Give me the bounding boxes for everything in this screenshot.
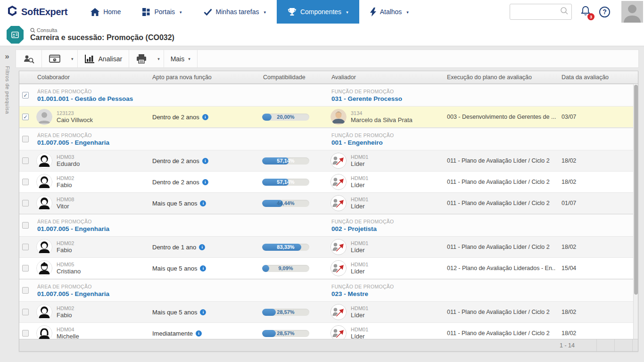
row-checkbox[interactable]: ✓ (22, 309, 29, 315)
mais-button[interactable]: Mais ▾ (164, 50, 197, 67)
view-mode-button[interactable] (42, 50, 67, 67)
col-apto[interactable]: Apto para nova função (147, 74, 257, 81)
people-search-button[interactable] (16, 50, 41, 67)
area-promocao-link[interactable]: 01.001.001 - Gestão de Pessoas (37, 95, 326, 102)
table-row[interactable]: ✓ 123123 Caio Villwock Dentro de 2 anos … (19, 107, 638, 128)
nav-item-home[interactable]: Home (80, 0, 132, 24)
evaluator-name: Líder (351, 268, 368, 275)
softexpert-logo[interactable]: SoftExpert (0, 5, 80, 18)
funcao-promocao-link[interactable]: 023 - Mestre (331, 290, 638, 297)
table-row[interactable]: ✓ HDM02 Fabio Dentro de 2 anos i 57,14% … (19, 172, 638, 193)
funcao-promocao-label: FUNÇÃO DE PROMOÇÃO (331, 284, 638, 289)
print-dropdown[interactable]: ▾ (154, 50, 164, 67)
evaluator-name: Líder (351, 312, 368, 319)
analisar-button[interactable]: Analisar (78, 50, 129, 67)
area-promocao-link[interactable]: 01.007.005 - Engenharia (37, 290, 326, 297)
row-checkbox[interactable]: ✓ (22, 179, 29, 185)
help-button[interactable]: ? (599, 7, 610, 17)
info-icon[interactable]: i (199, 244, 205, 250)
row-checkbox[interactable]: ✓ (22, 136, 29, 142)
evaluator-name: Marcelo da Silva Prata (351, 116, 413, 124)
area-promocao-label: ÁREA DE PROMOÇÃO (37, 132, 326, 138)
info-icon[interactable]: i (202, 158, 208, 164)
info-icon[interactable]: i (196, 330, 202, 337)
nav-item-label: Portais (154, 8, 175, 16)
table-row[interactable]: ✓ HDM04 Michelle Imediatamente i 28,57% … (19, 323, 638, 340)
row-checkbox[interactable]: ✓ (22, 114, 29, 120)
print-button[interactable] (129, 50, 154, 67)
funcao-promocao-link[interactable]: 031 - Gerente Processo (331, 95, 638, 102)
collaborator-id: HDM02 (57, 305, 74, 312)
nav-item-minhas-tarefas[interactable]: Minhas tarefas▾ (193, 0, 277, 24)
plano-avaliacao: 003 - Desenvolvimento de Gerentes de ... (441, 114, 556, 120)
row-checkbox[interactable]: ✓ (22, 157, 29, 164)
info-icon[interactable]: i (200, 265, 206, 272)
compatibility-value: 28,57% (262, 330, 309, 337)
info-icon[interactable]: i (200, 200, 206, 206)
compatibility-value: 20,00% (262, 114, 309, 121)
evaluator-name: Líder (351, 247, 368, 254)
row-checkbox[interactable]: ✓ (22, 287, 29, 294)
collaborator-name: Vitor (57, 203, 74, 210)
view-mode-dropdown[interactable]: ▾ (67, 50, 77, 67)
data-avaliacao: 18/02 (556, 309, 638, 315)
info-icon[interactable]: i (202, 114, 208, 120)
nav-item-portais[interactable]: Portais▾ (132, 0, 192, 24)
chevron-down-icon: ▾ (346, 10, 348, 15)
info-icon[interactable]: i (200, 309, 206, 315)
table-header-row: Colaborador Apto para nova função Compat… (19, 71, 638, 84)
table-row[interactable]: ✓ HDM03 Eduardo Dentro de 2 anos i 57,14… (19, 150, 638, 172)
table-row[interactable]: ✓ HDM02 Fabio Dentro de 1 ano i 83,33% H… (19, 237, 638, 258)
search-icon[interactable] (560, 7, 569, 17)
compatibility-bar: 83,33% (262, 244, 309, 251)
col-compatibilidade[interactable]: Compatibilidade (257, 74, 326, 81)
funcao-promocao-link[interactable]: 001 - Engenheiro (331, 139, 638, 146)
collaborator-name: Fabio (57, 247, 74, 254)
col-execucao[interactable]: Execução do plano de avaliação (441, 74, 556, 81)
compatibility-value: 28,57% (262, 309, 309, 316)
group-row: ✓ ÁREA DE PROMOÇÃO 01.007.005 - Engenhar… (19, 128, 638, 150)
row-checkbox[interactable]: ✓ (22, 222, 29, 229)
data-avaliacao: 18/02 (556, 244, 638, 250)
table-footer: 1 - 14 (19, 339, 638, 351)
col-data-avaliacao[interactable]: Data da avaliação (556, 74, 638, 81)
breadcrumb: Consulta (30, 27, 174, 33)
col-colaborador[interactable]: Colaborador (32, 74, 147, 81)
table-row[interactable]: ✓ HDM05 Cristiano Mais que 5 anos i 9,09… (19, 258, 638, 279)
col-avaliador[interactable]: Avaliador (326, 74, 441, 81)
row-checkbox[interactable]: ✓ (22, 244, 29, 250)
row-checkbox[interactable]: ✓ (22, 92, 29, 99)
row-checkbox[interactable]: ✓ (22, 265, 29, 272)
nav-item-componentes[interactable]: Componentes▾ (277, 0, 359, 24)
notifications-button[interactable]: 3 (580, 5, 591, 18)
row-checkbox[interactable]: ✓ (22, 200, 29, 206)
page-title: Carreira e sucessão: Promoção (CO032) (30, 33, 174, 42)
compatibility-bar: 9,09% (262, 265, 309, 272)
apto-text: Mais que 5 anos (152, 200, 197, 207)
pagination-prev[interactable] (596, 339, 614, 351)
vertical-scrollbar[interactable] (633, 84, 638, 340)
top-navigation-bar: SoftExpert HomePortais▾Minhas tarefas▾Co… (0, 0, 644, 24)
topnav-items: HomePortais▾Minhas tarefas▾Componentes▾A… (80, 0, 420, 24)
table-row[interactable]: ✓ HDM02 Fabio Mais que 5 anos i 28,57% H… (19, 302, 638, 323)
evaluator-avatar (330, 304, 347, 320)
data-avaliacao: 18/02 (556, 330, 638, 337)
view-mode-icon (49, 54, 61, 64)
table-row[interactable]: ✓ HDM08 Vitor Mais que 5 anos i 44,44% H… (19, 193, 638, 214)
expand-filters-icon[interactable]: » (0, 46, 14, 61)
pagination-next[interactable] (614, 339, 632, 351)
scrollbar-thumb[interactable] (634, 85, 638, 295)
consulta-search-icon (30, 28, 35, 33)
nav-item-label: Home (103, 8, 121, 16)
collaborator-name: Cristiano (57, 268, 81, 275)
nav-item-atalhos[interactable]: Atalhos▾ (359, 0, 420, 24)
row-checkbox[interactable]: ✓ (22, 330, 29, 337)
collaborator-avatar (36, 304, 52, 320)
area-promocao-link[interactable]: 01.007.005 - Engenharia (37, 139, 326, 146)
funcao-promocao-link[interactable]: 002 - Projetista (331, 225, 638, 232)
user-avatar[interactable] (621, 1, 643, 23)
search-input[interactable] (514, 8, 560, 16)
compatibility-bar: 57,14% (262, 179, 309, 186)
area-promocao-link[interactable]: 01.007.005 - Engenharia (37, 225, 326, 232)
info-icon[interactable]: i (202, 179, 208, 185)
